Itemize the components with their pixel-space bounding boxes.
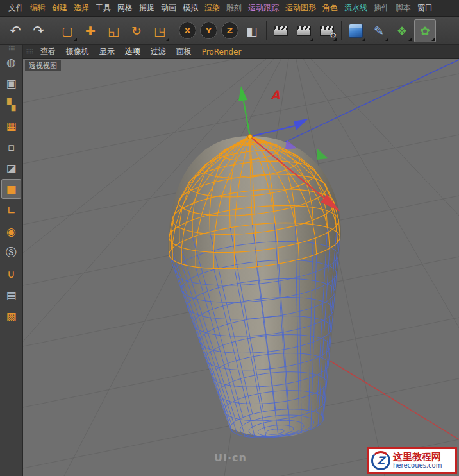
watermark-text: 这里教程网 herecoues.com [393, 452, 442, 469]
center-watermark: UI·cn [214, 452, 247, 464]
plane-handle-green[interactable] [317, 149, 328, 160]
uv-grid-button[interactable]: ▩ [1, 306, 21, 326]
menu-item-脚本[interactable]: 脚本 [392, 3, 414, 13]
gizmo-center-handle[interactable] [248, 135, 253, 139]
enable-axis-button[interactable]: ∟ [1, 200, 21, 220]
viewport-menu-显示[interactable]: 显示 [94, 46, 120, 57]
deformer-button[interactable]: ❖ [391, 19, 413, 42]
mograph-button[interactable]: ✿ [414, 19, 436, 42]
toolbar-separator [174, 21, 174, 40]
menu-item-渲染[interactable]: 渲染 [201, 3, 223, 13]
cube-primitive-icon [349, 24, 362, 37]
viewport-menu-过滤[interactable]: 过滤 [146, 46, 171, 57]
render-view-button[interactable] [270, 19, 292, 42]
watermark-domain: herecoues.com [393, 463, 442, 470]
left-toolbar-grip[interactable]: ⠿⠿ [8, 46, 14, 51]
coordinate-system-toggle[interactable]: ◧ [241, 19, 263, 42]
viewport-menu-grip[interactable]: ⠿⠿ [26, 48, 33, 55]
main-area: ⠿⠿ ◍▣▚▦▫◪■∟◉Ⓢ∪▤▩ ⠿⠿ 查看摄像机显示选项过滤面板ProRend… [0, 45, 459, 476]
undo-button[interactable]: ↶ [4, 19, 26, 42]
move-tool[interactable]: ✚ [79, 19, 101, 42]
y-axis-arrow[interactable] [238, 86, 247, 101]
viewport-label: 透视视图 [25, 60, 61, 71]
edge-mode-button[interactable]: ◪ [1, 158, 21, 178]
model-mode-button[interactable]: ▣ [1, 73, 21, 93]
menu-item-运动跟踪[interactable]: 运动跟踪 [245, 3, 282, 13]
menu-item-角色[interactable]: 角色 [319, 3, 341, 13]
scale-tool[interactable]: ◱ [103, 19, 124, 42]
toolbar-separator [341, 21, 342, 40]
clapperboard-icon [320, 26, 334, 36]
menu-item-文件[interactable]: 文件 [5, 3, 27, 13]
main-toolbar: ↶↷▢✚◱↻◳XYZ◧✎❖✿ [0, 17, 459, 45]
scene-svg: A [23, 59, 459, 476]
menu-item-动画[interactable]: 动画 [158, 3, 179, 13]
menu-item-模拟[interactable]: 模拟 [179, 3, 201, 13]
menu-item-捕捉[interactable]: 捕捉 [136, 3, 158, 13]
viewport-column: ⠿⠿ 查看摄像机显示选项过滤面板ProRender 透视视图 A UI·cn [23, 45, 459, 476]
layer-lock-button[interactable]: ▤ [1, 285, 21, 305]
c4d-window: 文件编辑创建选择工具网格捕捉动画模拟渲染雕刻运动跟踪运动图形角色流水线插件脚本窗… [0, 0, 459, 476]
menu-item-流水线[interactable]: 流水线 [341, 3, 371, 13]
clapperboard-icon [274, 26, 288, 36]
redo-button[interactable]: ↷ [28, 19, 49, 42]
menu-item-选择[interactable]: 选择 [71, 3, 92, 13]
viewport-3d[interactable]: 透视视图 A UI·cn [23, 59, 459, 476]
viewport-menu-ProRender[interactable]: ProRender [197, 47, 247, 56]
menu-item-网格[interactable]: 网格 [114, 3, 136, 13]
watermark-title: 这里教程网 [393, 452, 442, 463]
make-editable-button[interactable]: ◍ [1, 52, 21, 72]
capsule-object[interactable] [168, 136, 341, 438]
rotate-tool[interactable]: ↻ [126, 19, 147, 42]
viewport-menu-选项[interactable]: 选项 [120, 46, 146, 57]
toolbar-separator [53, 21, 53, 40]
menu-bar: 文件编辑创建选择工具网格捕捉动画模拟渲染雕刻运动跟踪运动图形角色流水线插件脚本窗… [0, 0, 459, 17]
toolbar-separator [266, 21, 267, 40]
solo-mode-button[interactable]: ◉ [1, 221, 21, 241]
menu-item-窗口[interactable]: 窗口 [414, 3, 436, 13]
spline-pen-button[interactable]: ✎ [368, 19, 390, 42]
menu-item-工具[interactable]: 工具 [92, 3, 114, 13]
menu-item-创建[interactable]: 创建 [49, 3, 71, 13]
y-axis-lock-button[interactable]: Y [200, 22, 217, 39]
z-axis-lock-button[interactable]: Z [221, 22, 238, 39]
menu-item-运动图形[interactable]: 运动图形 [282, 3, 319, 13]
axis-letter-label: A [271, 89, 280, 101]
viewport-menu-摄像机[interactable]: 摄像机 [61, 46, 94, 57]
live-selection-tool[interactable]: ▢ [56, 19, 78, 42]
add-primitive-button[interactable] [345, 19, 367, 42]
clapperboard-icon [297, 26, 311, 36]
polygon-mode-button[interactable]: ■ [1, 179, 21, 199]
menu-item-编辑[interactable]: 编辑 [27, 3, 49, 13]
magnet-tool-button[interactable]: ∪ [1, 264, 21, 284]
x-axis-lock-button[interactable]: X [179, 22, 196, 39]
menu-item-插件[interactable]: 插件 [371, 3, 392, 13]
snap-toggle-button[interactable]: Ⓢ [1, 242, 21, 262]
capsule-shaded-fill [168, 136, 341, 437]
z-axis-arrow[interactable] [294, 119, 308, 130]
menu-item-雕刻[interactable]: 雕刻 [223, 3, 245, 13]
plane-handle-purple[interactable] [285, 140, 297, 149]
left-toolbar: ⠿⠿ ◍▣▚▦▫◪■∟◉Ⓢ∪▤▩ [0, 45, 23, 476]
watermark-logo: Z [371, 451, 390, 470]
render-picture-viewer-button[interactable] [293, 19, 315, 42]
corner-watermark: Z 这里教程网 herecoues.com [367, 447, 457, 474]
viewport-menu-面板[interactable]: 面板 [171, 46, 197, 57]
last-used-tool[interactable]: ◳ [149, 19, 171, 42]
workplane-mode-button[interactable]: ▦ [1, 115, 21, 135]
texture-mode-button[interactable]: ▚ [1, 94, 21, 114]
viewport-menu-查看[interactable]: 查看 [35, 46, 61, 57]
viewport-menu-bar: ⠿⠿ 查看摄像机显示选项过滤面板ProRender [23, 45, 459, 59]
render-settings-button[interactable] [316, 19, 338, 42]
point-mode-button[interactable]: ▫ [1, 137, 21, 157]
